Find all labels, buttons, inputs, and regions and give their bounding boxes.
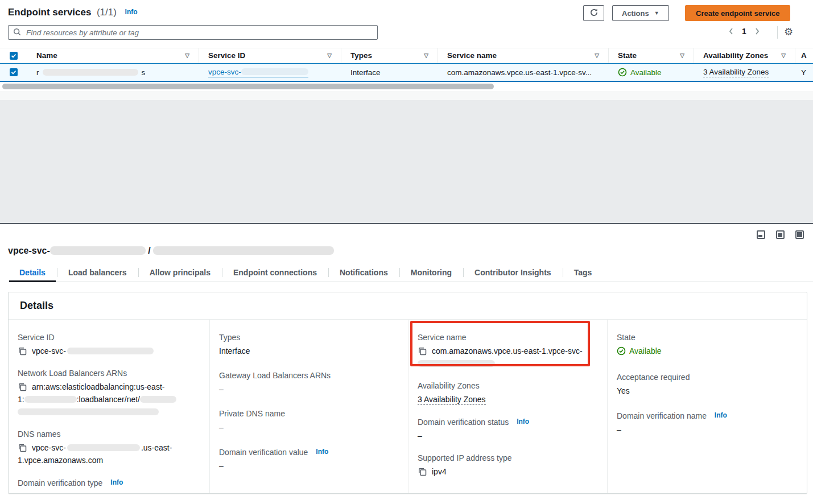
field-domain-verification-name: Domain verification name Info – xyxy=(617,409,795,436)
tab-label: Notifications xyxy=(340,268,388,277)
search-input[interactable] xyxy=(25,28,373,38)
empty-area xyxy=(0,100,813,223)
filter-icon[interactable]: ▽ xyxy=(424,52,428,59)
redacted-lb-name xyxy=(140,396,176,403)
column-header-partial[interactable]: A xyxy=(795,48,813,63)
column-header-types[interactable]: Types ▽ xyxy=(341,48,438,63)
filter-icon[interactable]: ▽ xyxy=(781,52,786,59)
copy-icon[interactable] xyxy=(18,346,27,356)
copy-icon[interactable] xyxy=(18,443,27,452)
tab-details[interactable]: Details xyxy=(8,265,57,282)
tab-label: Tags xyxy=(574,268,592,277)
settings-gear-icon[interactable]: ⚙ xyxy=(784,25,793,39)
refresh-button[interactable] xyxy=(583,5,604,21)
panel-size-small-icon[interactable] xyxy=(757,230,765,239)
column-label: Name xyxy=(36,51,57,60)
row-checkbox[interactable] xyxy=(10,68,18,76)
tab-contributor-insights[interactable]: Contributor Insights xyxy=(463,265,563,282)
tab-allow-principals[interactable]: Allow principals xyxy=(138,265,222,282)
details-column-4: State Available Acceptance required Yes xyxy=(607,320,807,494)
field-value: – xyxy=(219,421,397,433)
copy-icon[interactable] xyxy=(418,467,427,476)
filter-icon[interactable]: ▽ xyxy=(680,52,684,59)
table-row[interactable]: r s vpce-svc- Interface com.amazonaws.vp… xyxy=(0,63,813,82)
next-page-icon[interactable] xyxy=(752,26,762,36)
row-partial-value: Y xyxy=(801,68,806,77)
create-endpoint-service-button[interactable]: Create endpoint service xyxy=(685,5,790,21)
page-number[interactable]: 1 xyxy=(742,27,746,36)
divider xyxy=(777,26,778,39)
panel-size-medium-icon[interactable] xyxy=(776,230,785,239)
column-label: Types xyxy=(350,51,372,60)
detail-panel: vpce-svc- / Details Load balancers Allow… xyxy=(0,224,813,504)
tab-label: Contributor Insights xyxy=(474,268,551,277)
column-header-service-name[interactable]: Service name ▽ xyxy=(438,48,609,63)
copy-icon[interactable] xyxy=(18,382,27,391)
redacted-service-id xyxy=(241,68,308,75)
field-label: Network Load Balancers ARNs xyxy=(18,367,198,379)
nlb-arn-line1: arn:aws:elasticloadbalancing:us-east- xyxy=(32,382,164,391)
field-label: State xyxy=(617,331,795,344)
resource-count-value: (1/1) xyxy=(97,7,117,18)
row-state-value: Available xyxy=(630,68,662,77)
table-header: Name ▽ Service ID ▽ Types ▽ Service name… xyxy=(0,48,813,63)
tab-endpoint-connections[interactable]: Endpoint connections xyxy=(222,265,328,282)
tab-label: Load balancers xyxy=(68,268,127,277)
field-service-name: Service name com.amazonaws.vpce.us-east-… xyxy=(418,331,596,370)
filter-icon[interactable]: ▽ xyxy=(327,52,332,59)
field-service-id: Service ID vpce-svc- xyxy=(18,331,198,357)
copy-icon[interactable] xyxy=(418,346,427,356)
select-all-checkbox[interactable] xyxy=(10,52,18,60)
details-card-body: Service ID vpce-svc- Network Load Balanc… xyxy=(9,320,807,494)
service-id-link[interactable]: vpce-svc- xyxy=(208,68,308,77)
supported-ip-value: ipv4 xyxy=(432,467,447,476)
field-label: Domain verification value xyxy=(219,448,308,457)
column-header-service-id[interactable]: Service ID ▽ xyxy=(199,48,341,63)
availability-zones-popover[interactable]: 3 Availability Zones xyxy=(703,68,769,77)
dns-name-end: 1.vpce.amazonaws.com xyxy=(18,456,103,465)
field-label: Acceptance required xyxy=(617,371,795,383)
check-circle-icon xyxy=(618,68,627,77)
nlb-arn-line2-mid: :loadbalancer/net/ xyxy=(77,395,140,404)
actions-button[interactable]: Actions ▼ xyxy=(612,5,669,21)
tab-tags[interactable]: Tags xyxy=(563,265,604,282)
info-link[interactable]: Info xyxy=(125,8,138,16)
service-id-value: vpce-svc- xyxy=(32,346,66,356)
tab-label: Endpoint connections xyxy=(233,268,317,277)
info-link[interactable]: Info xyxy=(316,448,328,456)
field-glb-arns: Gateway Load Balancers ARNs – xyxy=(219,369,397,395)
tab-notifications[interactable]: Notifications xyxy=(328,265,399,282)
column-header-name[interactable]: Name ▽ xyxy=(27,48,199,63)
refresh-icon xyxy=(589,8,599,19)
chevron-down-icon: ▼ xyxy=(654,10,659,16)
field-domain-verification-type: Domain verification type Info – xyxy=(18,476,198,494)
column-header-state[interactable]: State ▽ xyxy=(609,48,694,63)
column-header-availability-zones[interactable]: Availability Zones ▽ xyxy=(694,48,795,63)
field-value: Yes xyxy=(617,385,795,397)
row-types-value: Interface xyxy=(350,68,381,77)
filter-icon[interactable]: ▽ xyxy=(595,52,599,59)
page-title: Endpoint services (1/1) Info xyxy=(8,7,138,18)
previous-page-icon[interactable] xyxy=(726,26,736,36)
horizontal-scrollbar[interactable] xyxy=(2,84,494,89)
filter-icon[interactable]: ▽ xyxy=(185,52,189,59)
tab-bar: Details Load balancers Allow principals … xyxy=(8,265,813,282)
field-value: – xyxy=(617,423,795,436)
field-label: Domain verification type xyxy=(18,478,102,488)
row-state-cell: Available xyxy=(609,64,694,81)
info-link[interactable]: Info xyxy=(517,418,529,425)
pagination: 1 xyxy=(726,26,762,36)
dns-name-start: vpce-svc- xyxy=(32,443,66,452)
availability-zones-popover[interactable]: 3 Availability Zones xyxy=(418,395,486,405)
info-link[interactable]: Info xyxy=(110,478,123,486)
panel-size-large-icon[interactable] xyxy=(795,230,804,239)
field-value: – xyxy=(18,490,198,494)
tab-load-balancers[interactable]: Load balancers xyxy=(57,265,138,282)
info-link[interactable]: Info xyxy=(715,411,727,419)
field-label: Gateway Load Balancers ARNs xyxy=(219,369,397,382)
tab-monitoring[interactable]: Monitoring xyxy=(399,265,463,282)
row-service-id-cell: vpce-svc- xyxy=(199,64,341,81)
field-label: Service ID xyxy=(18,331,198,344)
field-label-row: Domain verification status Info xyxy=(418,415,596,428)
row-select-cell xyxy=(0,64,27,81)
